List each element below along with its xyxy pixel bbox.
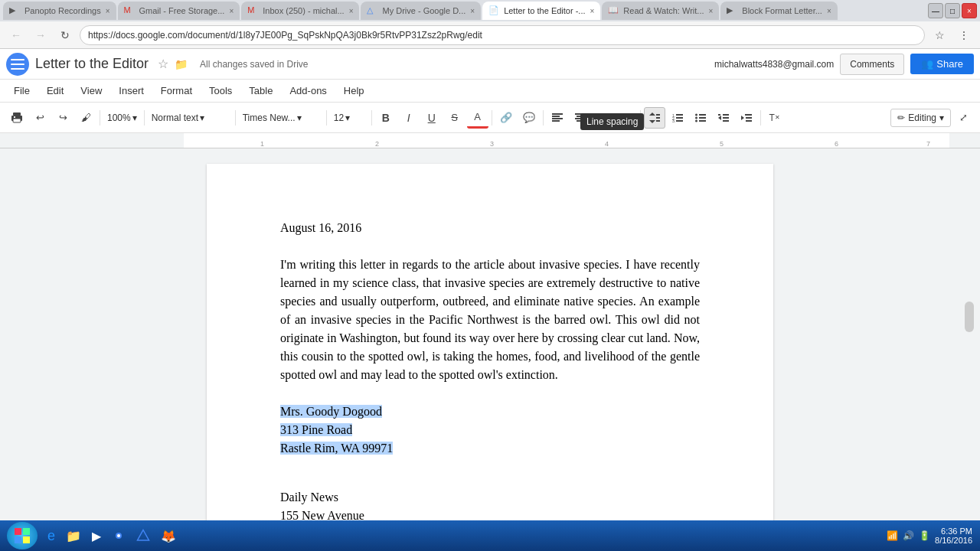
tab-close-gmail[interactable]: × (229, 7, 234, 15)
tab-close-block[interactable]: × (827, 7, 831, 15)
taskbar-google-drive[interactable] (132, 523, 155, 548)
link-button[interactable]: 🔗 (495, 107, 517, 129)
svg-point-38 (695, 119, 697, 122)
settings-icon[interactable]: ⋮ (954, 25, 974, 45)
document-area[interactable]: August 16, 2016 I'm writing this letter … (0, 148, 980, 520)
undo-button[interactable]: ↩ (29, 107, 51, 129)
tab-docs[interactable]: 📄 Letter to the Editor -... × (482, 2, 600, 20)
tab-label-inbox: Inbox (250) - michal... (263, 6, 344, 15)
start-button[interactable] (3, 522, 41, 549)
svg-rect-39 (699, 120, 706, 122)
paint-format-button[interactable]: 🖌 (75, 107, 96, 129)
maximize-button[interactable]: □ (945, 3, 960, 18)
selected-address-block: Mrs. Goody Dogood 313 Pine Road Rastle R… (280, 403, 700, 458)
tab-close-inbox[interactable]: × (349, 7, 354, 15)
bold-button[interactable]: B (375, 107, 397, 129)
forward-button[interactable]: → (31, 25, 51, 45)
menu-table[interactable]: Table (241, 82, 280, 99)
folder-icon[interactable]: 📁 (175, 58, 188, 70)
font-select[interactable]: Times New... ▾ (239, 107, 323, 129)
zoom-select[interactable]: 100% ▾ (103, 107, 141, 129)
clear-format-button[interactable]: T✕ (764, 107, 786, 129)
tab-close-drive[interactable]: × (470, 7, 475, 15)
comments-button[interactable]: Comments (840, 54, 904, 75)
svg-rect-11 (575, 113, 586, 115)
numbered-list-button[interactable]: 1.2.3. (667, 107, 688, 129)
docs-header: Letter to the Editor ☆ 📁 All changes sav… (0, 49, 980, 80)
menu-insert[interactable]: Insert (111, 82, 152, 99)
star-icon[interactable]: ☆ (158, 57, 168, 71)
svg-rect-3 (13, 112, 21, 116)
style-dropdown-icon: ▾ (200, 112, 204, 123)
tab-close-read[interactable]: × (709, 7, 714, 15)
align-left-button[interactable] (547, 107, 568, 129)
docs-menu-icon[interactable] (6, 53, 29, 76)
underline-button[interactable]: U (421, 107, 443, 129)
tab-label-block: Block Format Letter... (742, 6, 822, 15)
spacer-block (280, 470, 700, 488)
font-size-select[interactable]: 12 ▾ (330, 107, 368, 129)
increase-indent-button[interactable] (736, 107, 757, 129)
italic-button[interactable]: I (398, 107, 420, 129)
menu-format[interactable]: Format (153, 82, 200, 99)
editing-mode-selector[interactable]: ✏ Editing ▾ (890, 109, 951, 127)
taskbar-firefox[interactable]: 🦊 (156, 523, 181, 548)
minimize-button[interactable]: — (928, 3, 943, 18)
tab-close-docs[interactable]: × (590, 7, 595, 15)
svg-rect-12 (577, 116, 584, 117)
svg-rect-22 (621, 120, 630, 122)
back-button[interactable]: ← (6, 25, 26, 45)
svg-rect-50 (15, 528, 21, 535)
tray-icon-battery: 🔋 (919, 530, 930, 541)
saved-status: All changes saved in Drive (200, 59, 308, 70)
reload-button[interactable]: ↻ (55, 25, 75, 45)
bulleted-list-button[interactable] (690, 107, 711, 129)
tab-close-panopto[interactable]: × (106, 7, 110, 15)
tab-gmail[interactable]: M Gmail - Free Storage... × (118, 2, 240, 20)
align-right-button[interactable] (593, 107, 614, 129)
close-button[interactable]: × (962, 3, 977, 18)
tab-inbox[interactable]: M Inbox (250) - michal... × (241, 2, 359, 20)
taskbar-ie[interactable]: e (43, 523, 60, 548)
justify-button[interactable] (616, 107, 637, 129)
text-color-button[interactable]: A (467, 107, 488, 129)
menu-addons[interactable]: Add-ons (282, 82, 334, 99)
address-bar[interactable]: https://docs.google.com/document/d/1l8y7… (80, 25, 925, 45)
svg-rect-26 (656, 117, 660, 119)
font-size-value: 12 (334, 112, 344, 123)
menu-file[interactable]: File (6, 82, 38, 99)
svg-rect-42 (723, 117, 729, 119)
svg-rect-49 (745, 114, 747, 116)
menu-help[interactable]: Help (336, 82, 372, 99)
browser-frame: ▶ Panopto Recordings × M Gmail - Free St… (0, 0, 980, 551)
decrease-indent-button[interactable] (713, 107, 734, 129)
align-center-button[interactable] (570, 107, 591, 129)
taskbar-media[interactable]: ▶ (87, 523, 106, 548)
line-spacing-button[interactable] (644, 107, 665, 129)
separator-3 (235, 110, 236, 126)
tab-block[interactable]: ▶ Block Format Letter... × (720, 2, 837, 20)
style-select[interactable]: Normal text ▾ (148, 107, 232, 129)
print-button[interactable] (6, 107, 28, 129)
tab-drive[interactable]: △ My Drive - Google D... × (361, 2, 481, 20)
title-bar: ▶ Panopto Recordings × M Gmail - Free St… (0, 0, 980, 21)
recipient-name: Daily News (280, 488, 700, 507)
taskbar-explorer[interactable]: 📁 (61, 523, 86, 548)
collapse-sidebar-button[interactable]: ⤢ (952, 107, 974, 129)
svg-point-55 (117, 534, 120, 537)
share-button[interactable]: 👥 Share (910, 54, 974, 74)
tray-date-value: 8/16/2016 (935, 536, 972, 545)
share-icon: 👥 (921, 58, 933, 70)
redo-button[interactable]: ↪ (52, 107, 74, 129)
taskbar-chrome[interactable] (107, 523, 130, 548)
menu-view[interactable]: View (73, 82, 109, 99)
bookmark-button[interactable]: ☆ (929, 25, 949, 45)
tab-read[interactable]: 📖 Read & Watch: Writ... × (602, 2, 719, 20)
tab-panopto[interactable]: ▶ Panopto Recordings × (3, 2, 116, 20)
svg-rect-7 (552, 113, 563, 115)
comment-button[interactable]: 💬 (518, 107, 540, 129)
tab-label-panopto: Panopto Recordings (24, 6, 101, 15)
menu-tools[interactable]: Tools (201, 82, 240, 99)
menu-edit[interactable]: Edit (39, 82, 71, 99)
strikethrough-button[interactable]: S (444, 107, 466, 129)
